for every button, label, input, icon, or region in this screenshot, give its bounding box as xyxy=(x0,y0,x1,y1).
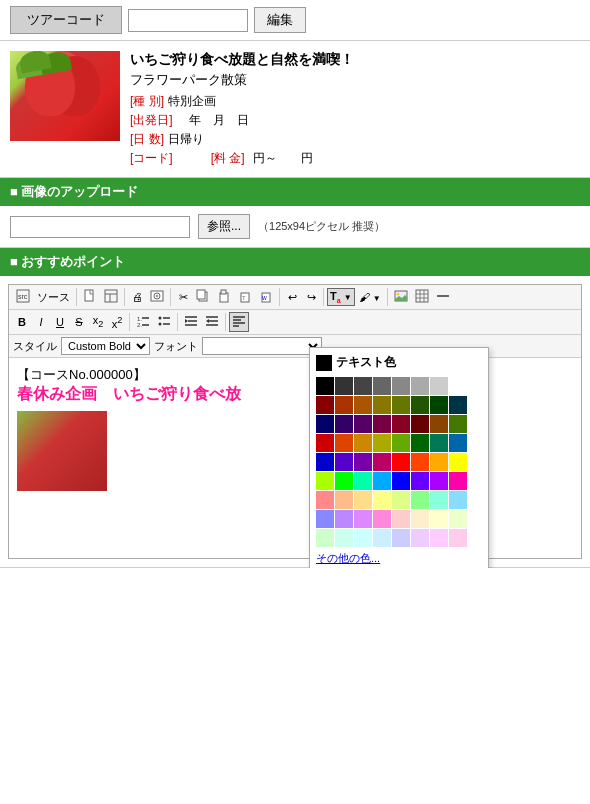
style-select[interactable]: Custom Bold xyxy=(61,337,150,355)
highlight-color-button[interactable]: 🖌 ▼ xyxy=(356,289,384,305)
color-swatch[interactable] xyxy=(373,453,391,471)
color-swatch[interactable] xyxy=(430,434,448,452)
color-swatch[interactable] xyxy=(354,377,372,395)
tour-code-edit-button[interactable]: 編集 xyxy=(254,7,306,33)
color-swatch[interactable] xyxy=(373,510,391,528)
color-swatch[interactable] xyxy=(411,434,429,452)
color-swatch[interactable] xyxy=(392,453,410,471)
color-swatch[interactable] xyxy=(373,415,391,433)
cut-button[interactable]: ✂ xyxy=(174,289,192,306)
color-swatch[interactable] xyxy=(354,453,372,471)
color-swatch[interactable] xyxy=(316,510,334,528)
color-swatch[interactable] xyxy=(354,510,372,528)
color-swatch[interactable] xyxy=(373,434,391,452)
color-swatch[interactable] xyxy=(430,396,448,414)
color-swatch[interactable] xyxy=(335,396,353,414)
paste-button[interactable] xyxy=(214,287,234,307)
color-swatch[interactable] xyxy=(316,453,334,471)
color-swatch[interactable] xyxy=(335,377,353,395)
color-swatch[interactable] xyxy=(392,377,410,395)
color-swatch[interactable] xyxy=(449,396,467,414)
preview-button[interactable] xyxy=(147,287,167,307)
color-swatch[interactable] xyxy=(449,472,467,490)
color-swatch[interactable] xyxy=(411,377,429,395)
color-swatch[interactable] xyxy=(392,472,410,490)
italic-button[interactable]: I xyxy=(32,314,50,330)
decrease-indent-button[interactable] xyxy=(181,312,201,332)
subscript-button[interactable]: x2 xyxy=(89,312,107,331)
strikethrough-button[interactable]: S xyxy=(70,314,88,330)
copy-button[interactable] xyxy=(193,287,213,307)
tour-code-input[interactable] xyxy=(128,9,248,32)
color-swatch[interactable] xyxy=(411,415,429,433)
underline-button[interactable]: U xyxy=(51,314,69,330)
templates-button[interactable] xyxy=(101,287,121,307)
color-swatch[interactable] xyxy=(354,396,372,414)
color-swatch[interactable] xyxy=(449,510,467,528)
new-doc-button[interactable] xyxy=(80,287,100,307)
color-swatch[interactable] xyxy=(373,377,391,395)
color-swatch[interactable] xyxy=(392,434,410,452)
color-swatch[interactable] xyxy=(430,377,448,395)
color-swatch[interactable] xyxy=(335,453,353,471)
color-swatch[interactable] xyxy=(354,529,372,547)
browse-button[interactable]: 参照... xyxy=(198,214,250,239)
color-swatch[interactable] xyxy=(430,453,448,471)
color-swatch[interactable] xyxy=(392,510,410,528)
color-swatch[interactable] xyxy=(392,396,410,414)
color-swatch[interactable] xyxy=(316,415,334,433)
undo-button[interactable]: ↩ xyxy=(283,289,301,306)
paste-text-button[interactable]: T xyxy=(235,287,255,307)
color-swatch[interactable] xyxy=(373,491,391,509)
color-swatch[interactable] xyxy=(335,529,353,547)
color-swatch[interactable] xyxy=(335,491,353,509)
table-button[interactable] xyxy=(412,287,432,307)
color-swatch[interactable] xyxy=(449,453,467,471)
paste-word-button[interactable]: W xyxy=(256,287,276,307)
font-select[interactable] xyxy=(202,337,322,355)
color-swatch[interactable] xyxy=(316,529,334,547)
source-button[interactable]: src xyxy=(13,287,33,307)
color-swatch[interactable] xyxy=(354,472,372,490)
color-swatch[interactable] xyxy=(449,415,467,433)
upload-path-input[interactable] xyxy=(10,216,190,238)
color-swatch[interactable] xyxy=(316,472,334,490)
color-swatch[interactable] xyxy=(392,529,410,547)
color-swatch[interactable] xyxy=(430,491,448,509)
unordered-list-button[interactable] xyxy=(154,312,174,332)
color-swatch[interactable] xyxy=(392,415,410,433)
increase-indent-button[interactable] xyxy=(202,312,222,332)
color-swatch[interactable] xyxy=(430,510,448,528)
color-swatch[interactable] xyxy=(373,396,391,414)
color-swatch[interactable] xyxy=(335,434,353,452)
color-swatch[interactable] xyxy=(316,491,334,509)
bold-button[interactable]: B xyxy=(13,314,31,330)
redo-button[interactable]: ↪ xyxy=(302,289,320,306)
hr-button[interactable] xyxy=(433,287,453,307)
superscript-button[interactable]: x2 xyxy=(108,313,126,332)
color-swatch[interactable] xyxy=(354,434,372,452)
color-swatch[interactable] xyxy=(316,434,334,452)
color-swatch[interactable] xyxy=(392,491,410,509)
color-swatch[interactable] xyxy=(449,529,467,547)
color-swatch[interactable] xyxy=(430,415,448,433)
color-swatch[interactable] xyxy=(373,529,391,547)
color-swatch[interactable] xyxy=(449,434,467,452)
ordered-list-button[interactable]: 1.2. xyxy=(133,312,153,332)
color-swatch[interactable] xyxy=(354,491,372,509)
text-color-button[interactable]: Ta ▼ xyxy=(327,288,355,306)
source-label[interactable]: ソース xyxy=(34,288,73,307)
print-button[interactable]: 🖨 xyxy=(128,289,146,305)
color-swatch[interactable] xyxy=(411,510,429,528)
editor-content-area[interactable]: 【コースNo.000000】 春休み企画 いちご狩り食べ放 xyxy=(9,358,581,558)
color-swatch[interactable] xyxy=(316,377,334,395)
color-swatch[interactable] xyxy=(335,472,353,490)
color-swatch[interactable] xyxy=(449,491,467,509)
color-swatch[interactable] xyxy=(373,472,391,490)
color-swatch[interactable] xyxy=(449,377,467,395)
more-colors-link[interactable]: その他の色... xyxy=(316,551,482,566)
color-swatch[interactable] xyxy=(411,396,429,414)
color-swatch[interactable] xyxy=(430,472,448,490)
align-left-button[interactable] xyxy=(229,312,249,332)
color-swatch[interactable] xyxy=(316,396,334,414)
